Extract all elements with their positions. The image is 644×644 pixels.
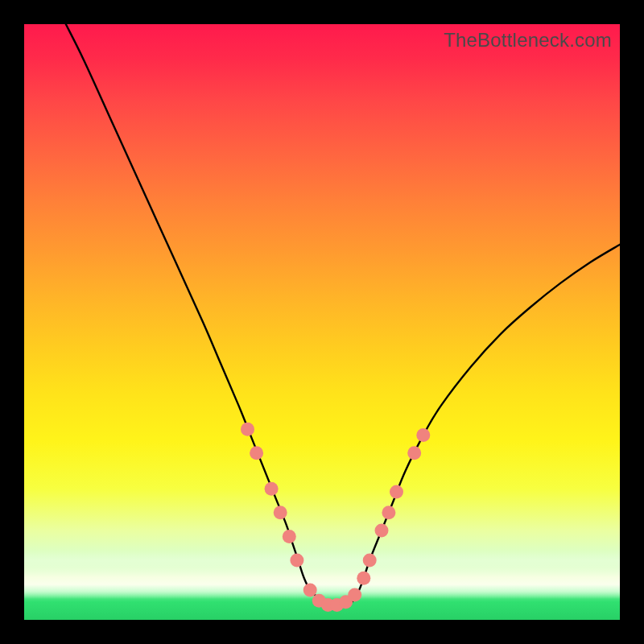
data-marker [274,506,287,519]
data-marker [283,530,296,543]
data-marker [375,524,389,538]
plot-area: TheBottleneck.com [24,24,620,620]
data-marker [390,485,403,498]
data-marker [303,584,317,597]
chart-frame: TheBottleneck.com [0,0,644,644]
data-marker [407,446,421,460]
data-marker [357,572,370,585]
data-marker [265,482,279,496]
marker-group [241,423,430,612]
data-marker [416,428,430,442]
data-marker [382,506,395,519]
curve-svg [24,24,620,620]
watermark-text: TheBottleneck.com [444,29,612,52]
data-marker [241,423,254,436]
data-marker [290,554,303,568]
bottleneck-curve [66,24,620,607]
data-marker [250,446,263,460]
data-marker [348,588,361,601]
data-marker [363,554,377,568]
